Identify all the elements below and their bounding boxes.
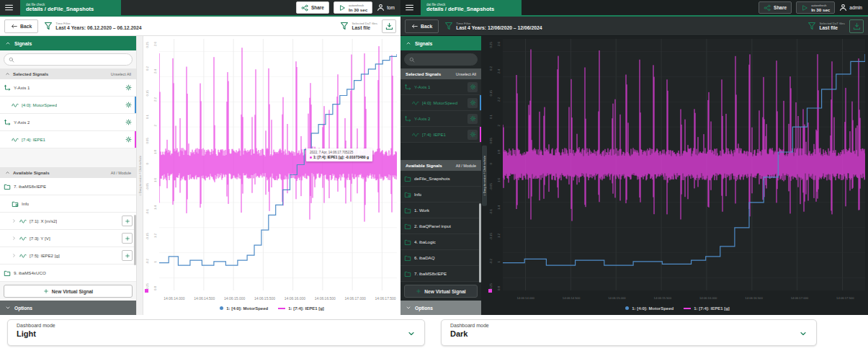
app-subtitle: dat file check [26,3,114,6]
options-panel-header[interactable]: Options [401,301,481,315]
back-button[interactable]: Back [405,19,439,33]
available-signals-header[interactable]: Available Signals All / Module [401,160,481,171]
module-row[interactable]: 2. ibaQPanel input [401,218,481,234]
sidebar-resize-handle[interactable]: ↕ Drag to resize / Click to hide [481,36,487,315]
dark-plot[interactable] [503,39,865,293]
module-row[interactable]: 9. ibaMS4xUCO [0,265,136,282]
chart-legend: 1: [4:0]: MotorSpeed 1: [7:4]: IEPE1 [g] [487,303,868,314]
y-axis-2-row[interactable]: Y-Axis 2 [401,111,481,127]
share-icon [301,4,308,12]
chevron-up-icon [5,40,11,46]
dropdown-label: Dashboard mode [450,323,807,328]
available-signals-header[interactable]: Available Signals All / Module [0,167,136,178]
user-menu[interactable]: admin [839,4,862,12]
chevron-down-icon [406,305,411,311]
available-signal-row[interactable]: [7:3]: Y [V] [0,230,136,247]
y-axis-1-row[interactable]: Y-Axis 1 [401,79,481,95]
export-button[interactable] [849,19,864,33]
back-button[interactable]: Back [4,19,38,33]
signal-row-iepe1[interactable]: [7:4]: IEPE1 [0,131,136,148]
module-row[interactable]: deFile_Snapshots [401,171,481,187]
selected-signals-header[interactable]: Selected Signals Unselect All [401,68,481,79]
available-signal-row[interactable]: [7:1]: X [m/s2] [0,213,136,230]
signal-wave-icon [412,131,419,138]
selected-signals-header[interactable]: Selected Signals Unselect All [0,68,136,79]
share-button[interactable]: Share [759,1,792,14]
module-row[interactable]: 4. ibaLogic [401,234,481,250]
add-signal-button[interactable] [122,250,133,261]
sidebar-resize-handle[interactable]: ↕ Drag to resize / Click to hide [137,36,143,315]
signal-color-marker [135,131,137,148]
username: tom [387,5,395,10]
module-row[interactable]: 1. Work [401,203,481,218]
axis-settings-button[interactable] [467,82,478,92]
selected-dat-files-filter[interactable]: Selected DaT files Last file [807,22,845,31]
chart-tooltip: 2022, 7 Apr, 14:06:17.705225 1: [7:4]: I… [306,148,372,161]
filter-icon [807,22,816,30]
signal-row-motorspeed[interactable]: [4:0]: MotorSpeed [401,95,481,111]
unselect-all-button[interactable]: Unselect All [456,72,476,76]
signal-settings-button[interactable] [467,130,478,140]
signal-wave-icon [12,102,19,109]
time-filter[interactable]: Time Filter Last 4 Years: 12/06/2020 – 1… [444,22,542,31]
module-row[interactable]: 6. ibaDAQ [401,250,481,266]
y-axis-2-row[interactable]: Y-Axis 2 [0,114,136,131]
dropdown-value: Dark [450,329,807,338]
info-row[interactable]: Info [0,195,136,213]
search-input[interactable] [17,58,127,62]
trend-chart[interactable] [159,39,397,290]
new-virtual-signal-button[interactable]: New Virtual Signal [4,285,133,298]
signal-search[interactable] [4,53,133,66]
dark-topbar: dat file check details / deFile_Snapshot… [401,0,868,17]
user-menu[interactable]: tom [377,4,395,12]
all-module-toggle[interactable]: All / Module [456,164,476,168]
axis-icon [4,84,11,92]
hamburger-menu-button[interactable] [401,0,418,15]
unselect-all-button[interactable]: Unselect All [111,72,131,76]
all-module-toggle[interactable]: All / Module [111,171,131,175]
signals-panel-header[interactable]: Signals [401,36,481,50]
autorefresh-button[interactable]: autorefresh In 30 sec [796,1,835,14]
options-panel-header[interactable]: Options [0,301,136,315]
signals-panel-header[interactable]: Signals [0,36,136,50]
info-row[interactable]: Info [401,187,481,203]
signal-row-iepe1[interactable]: [7:4]: IEPE1 [401,127,481,143]
selected-dat-files-filter[interactable]: Selected DaT files Last file [340,22,377,31]
breadcrumb[interactable]: dat file check details / deFile_Snapshot… [421,0,522,15]
export-button[interactable] [382,19,396,33]
add-signal-button[interactable] [122,233,133,244]
new-virtual-signal-button[interactable]: New Virtual Signal [404,285,478,298]
chevron-right-icon [12,253,17,258]
share-button[interactable]: Share [296,1,329,14]
available-signal-row[interactable]: [7:5]: IEPE2 [g] [0,247,136,265]
signal-row-motorspeed[interactable]: [4:0]: MotorSpeed [0,97,136,114]
signal-search[interactable] [404,53,478,66]
folder-icon [404,175,411,182]
light-plot[interactable]: 2022, 7 Apr, 14:06:17.705225 1: [7:4]: I… [159,39,397,293]
sidebar-scrollbar[interactable] [479,203,481,283]
iepe1-legend-marker [278,308,285,309]
trend-chart[interactable] [503,39,865,290]
search-input[interactable] [417,58,473,62]
time-filter-value: Last 4 Years: 06.12.2020 – 06.12.2024 [55,26,141,31]
back-arrow-icon [11,23,17,30]
breadcrumb[interactable]: dat file check details / deFile_Snapshot… [20,0,121,15]
module-row[interactable]: 7. ibaMS8xIEPE [0,178,136,195]
folder-icon [404,270,411,277]
sidebar-scrollbar[interactable] [134,215,136,265]
autorefresh-button[interactable]: autorefresh In 30 sec [334,1,372,14]
dashboard-mode-select-dark[interactable]: Dashboard mode Dark [441,319,817,346]
signal-settings-button[interactable] [124,101,133,110]
y-axis-1-row[interactable]: Y-Axis 1 [0,79,136,97]
add-signal-button[interactable] [122,216,133,226]
module-row[interactable]: 7. ibaMS8xIEPE [401,266,481,282]
time-filter[interactable]: Time Filter Last 4 Years: 06.12.2020 – 0… [44,22,141,31]
axis-settings-button[interactable] [467,114,478,124]
signal-settings-button[interactable] [467,98,478,108]
dashboard-mode-select-light[interactable]: Dashboard mode Light [7,319,425,346]
hamburger-menu-button[interactable] [0,0,17,15]
iepe-y-axis-ticks: 0.250.20.150.10.050-0.05-0.1-0.15-0.2-0.… [487,39,495,293]
axis-settings-button[interactable] [124,84,133,92]
signal-settings-button[interactable] [124,135,133,144]
axis-settings-button[interactable] [124,118,133,127]
